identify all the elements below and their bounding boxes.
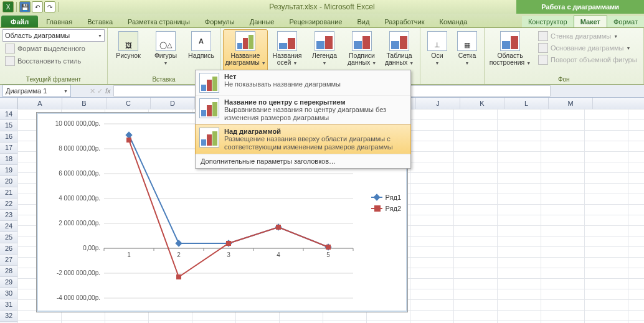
tab-file[interactable]: Файл [1,16,38,27]
column-header[interactable]: J [416,98,460,109]
row-header[interactable]: 20 [0,176,18,187]
svg-text:8 000 000,00р.: 8 000 000,00р. [59,145,100,152]
svg-rect-33 [126,138,131,143]
legend-entry-1[interactable]: Ряд1 [371,194,401,201]
column-header[interactable]: C [107,98,151,109]
row-header[interactable]: 32 [0,311,18,322]
data-labels-icon [352,31,372,51]
dropdown-option-overlay[interactable]: Название по центру с перекрытиемВыравнив… [196,96,410,125]
chart-element-selector[interactable]: Область диаграммы▼ [2,29,105,42]
data-table-button[interactable]: Таблица данных ▼ [381,29,417,75]
format-icon [5,44,15,54]
plot-area-button[interactable]: Область построения ▼ [487,29,533,75]
shapes-button[interactable]: ◯△Фигуры▼ [148,29,184,75]
svg-rect-35 [226,241,231,246]
textbox-button[interactable]: AНадпись [185,29,217,75]
tab-team[interactable]: Команда [432,16,474,27]
column-header[interactable]: M [549,98,593,109]
dropdown-option-none[interactable]: НетНе показывать название диаграммы [196,70,410,96]
group-label-current-selection: Текущий фрагмент [2,75,105,84]
row-header[interactable]: 14 [0,109,18,120]
plot-area-icon [500,31,520,51]
tab-home[interactable]: Главная [39,16,79,27]
row-header[interactable]: 31 [0,299,18,311]
textbox-icon: A [191,31,211,51]
svg-text:1: 1 [127,251,131,258]
dropdown-option-above[interactable]: Над диаграммойРазмещение названия вверху… [195,124,411,154]
tab-page-layout[interactable]: Разметка страницы [121,16,197,27]
data-table-icon [389,31,409,51]
row-header[interactable]: 26 [0,243,18,255]
save-icon[interactable]: 💾 [19,1,31,12]
name-box[interactable]: Диаграмма 1▼ [2,85,71,97]
chart-floor-button: Основание диаграммы ▼ [536,42,640,54]
tab-formulas[interactable]: Формулы [198,16,242,27]
tab-insert[interactable]: Вставка [80,16,120,27]
row-header[interactable]: 19 [0,165,18,176]
select-all-corner[interactable] [0,98,18,109]
column-header[interactable]: K [460,98,504,109]
overlay-icon [199,98,219,118]
row-header[interactable]: 27 [0,255,18,266]
legend-button[interactable]: Легенда▼ [306,29,343,75]
chart-legend[interactable]: Ряд1 Ряд2 [371,194,401,216]
svg-text:2: 2 [177,251,181,258]
series2-marker-icon [371,208,382,209]
column-header[interactable]: A [18,98,62,109]
column-header[interactable]: L [504,98,549,109]
reset-icon [5,56,15,66]
svg-text:6 000 000,00р.: 6 000 000,00р. [59,170,100,177]
format-selection-button[interactable]: Формат выделенного [2,43,105,54]
row-header[interactable]: 21 [0,187,18,199]
legend-entry-2[interactable]: Ряд2 [371,205,401,212]
chart-title-icon [235,31,255,51]
excel-icon: X [2,1,14,12]
undo-icon[interactable]: ↶ [32,1,43,12]
row-header[interactable]: 25 [0,232,18,243]
3d-rotation-button: Поворот объемной фигуры [536,54,640,65]
data-labels-button[interactable]: Подписи данных ▼ [344,29,380,75]
row-header[interactable]: 15 [0,120,18,131]
svg-text:4 000 000,00р.: 4 000 000,00р. [59,195,100,202]
tab-review[interactable]: Рецензирование [282,16,349,27]
row-header[interactable]: 28 [0,266,18,277]
chart-title-button[interactable]: Название диаграммы ▼ [223,29,268,75]
dropdown-more-options[interactable]: Дополнительные параметры заголовков… [196,154,410,168]
axes-button[interactable]: ⊥Оси▼ [423,29,452,75]
row-header[interactable]: 16 [0,131,18,143]
chart-wall-button: Стенка диаграммы ▼ [536,30,640,42]
tab-chart-layout[interactable]: Макет [574,16,607,27]
tab-data[interactable]: Данные [243,16,282,27]
row-header[interactable]: 24 [0,221,18,232]
fx-icon: fx [105,87,111,95]
axis-titles-icon [277,31,297,51]
group-label-axes [423,75,481,84]
row-header[interactable]: 22 [0,199,18,210]
svg-text:0,00р.: 0,00р. [83,245,100,251]
row-headers: 1415161718192021222324252627282930313233 [0,109,18,323]
row-header[interactable]: 30 [0,288,18,299]
tab-chart-design[interactable]: Конструктор [522,16,574,27]
chart-title-dropdown: НетНе показывать название диаграммы Назв… [195,70,411,169]
axis-titles-button[interactable]: Названия осей ▼ [269,29,305,75]
wall-icon [538,31,548,41]
gridlines-button[interactable]: ▦Сетка▼ [453,29,481,75]
svg-text:5: 5 [326,251,330,258]
row-header[interactable]: 23 [0,210,18,221]
none-icon [199,73,219,93]
picture-button[interactable]: 🖼Рисунок [110,29,146,75]
redo-icon[interactable]: ↷ [44,1,55,12]
tab-view[interactable]: Вид [350,16,376,27]
axes-icon: ⊥ [427,31,447,51]
column-header[interactable]: B [62,98,107,109]
row-header[interactable]: 18 [0,154,18,165]
tab-developer[interactable]: Разработчик [377,16,431,27]
tab-chart-format[interactable]: Формат [607,16,644,27]
row-header[interactable]: 29 [0,277,18,288]
column-header[interactable]: D [151,98,195,109]
picture-icon: 🖼 [118,31,138,51]
ribbon-tabs: Файл Главная Вставка Разметка страницы Ф… [0,14,644,28]
row-header[interactable]: 17 [0,143,18,154]
reset-style-button[interactable]: Восстановить стиль [2,55,105,67]
svg-text:-4 000 000,00р.: -4 000 000,00р. [57,294,100,301]
